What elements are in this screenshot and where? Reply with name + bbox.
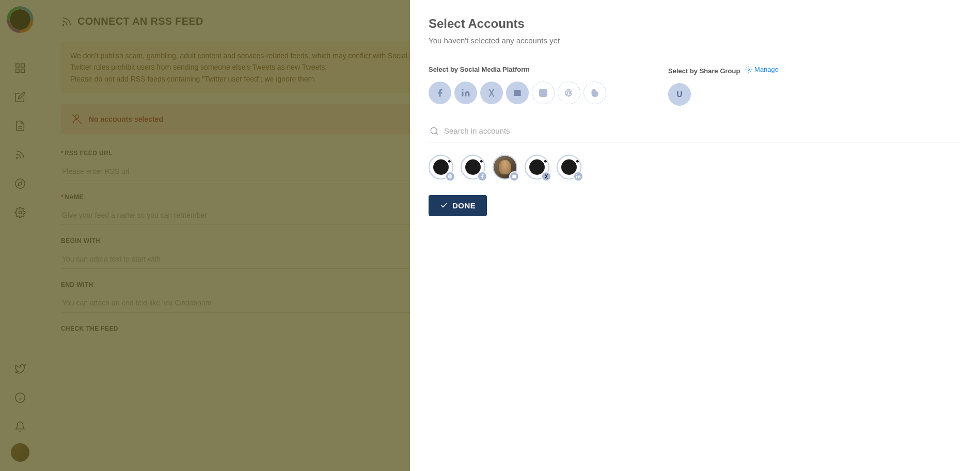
- linkedin-badge-icon: [573, 171, 583, 182]
- svg-rect-24: [576, 175, 577, 178]
- account-chip[interactable]: [557, 155, 581, 180]
- account-chip[interactable]: [525, 155, 549, 180]
- svg-point-19: [542, 91, 545, 94]
- platform-instagram[interactable]: [532, 82, 555, 104]
- platform-twitter-x[interactable]: [480, 82, 503, 104]
- platform-facebook[interactable]: [429, 82, 451, 104]
- group-button[interactable]: U: [668, 83, 691, 106]
- search-row: [429, 121, 961, 142]
- account-list: [429, 155, 961, 180]
- search-input[interactable]: [444, 126, 960, 135]
- facebook-badge-icon: [477, 171, 487, 182]
- platform-linkedin[interactable]: [454, 82, 477, 104]
- select-by-platform: Select by Social Media Platform: [429, 66, 606, 104]
- svg-point-22: [431, 127, 437, 134]
- svg-point-20: [545, 90, 546, 91]
- pinterest-badge-icon: [445, 171, 455, 182]
- svg-point-17: [462, 89, 464, 91]
- account-chip[interactable]: [493, 155, 517, 180]
- gear-icon: [745, 66, 752, 73]
- select-group-label: Select by Share Group Manage: [668, 66, 779, 75]
- manage-link[interactable]: Manage: [745, 66, 779, 73]
- done-button[interactable]: DONE: [429, 195, 487, 216]
- svg-rect-16: [462, 92, 464, 96]
- twitter-x-badge-icon: [541, 171, 551, 182]
- select-platform-label: Select by Social Media Platform: [429, 66, 606, 73]
- select-accounts-panel: Select Accounts You haven't selected any…: [410, 0, 980, 471]
- google-business-badge-icon: [509, 171, 519, 182]
- search-icon: [430, 126, 439, 136]
- panel-subtitle: You haven't selected any accounts yet: [429, 36, 961, 45]
- select-by-group: Select by Share Group Manage U: [668, 66, 779, 106]
- account-chip[interactable]: [429, 155, 453, 180]
- platform-google-business[interactable]: [506, 82, 529, 104]
- check-icon: [440, 201, 448, 209]
- svg-line-23: [436, 133, 437, 134]
- platform-pinterest[interactable]: [558, 82, 580, 104]
- svg-point-21: [748, 69, 750, 71]
- account-chip[interactable]: [461, 155, 485, 180]
- svg-point-25: [576, 174, 577, 175]
- platform-threads[interactable]: [583, 82, 606, 104]
- panel-title: Select Accounts: [429, 17, 961, 31]
